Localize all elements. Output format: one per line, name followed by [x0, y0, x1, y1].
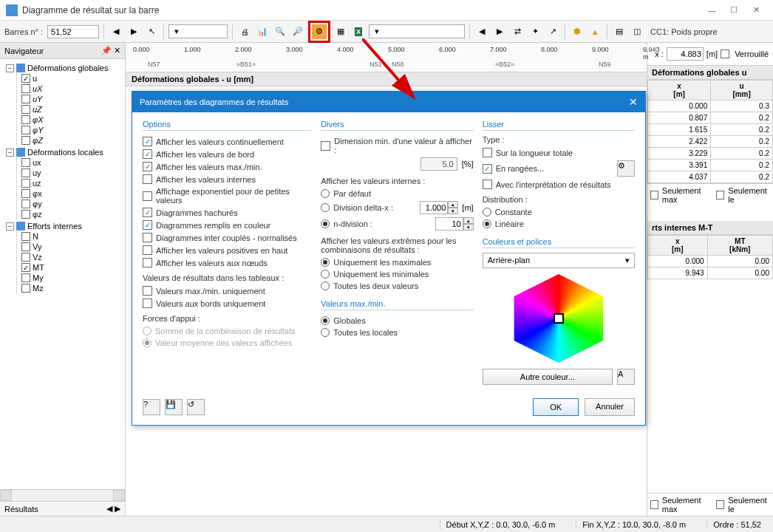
navigator-footer-arrows[interactable]: ◀ ▶	[106, 504, 120, 514]
le-only-check2[interactable]	[716, 500, 724, 509]
expand-icon[interactable]: −	[6, 64, 14, 72]
checkbox[interactable]	[143, 299, 152, 308]
nav-first-button[interactable]: ◀	[109, 24, 123, 39]
tree-item[interactable]: uZ	[21, 104, 122, 115]
ok-button[interactable]: OK	[533, 398, 579, 416]
tree-checkbox[interactable]	[21, 210, 30, 219]
action5-button[interactable]: ↗	[545, 24, 560, 39]
tree-item[interactable]: ux	[21, 157, 122, 168]
tree-checkbox[interactable]	[21, 136, 30, 145]
action6-button[interactable]: ⬢	[570, 24, 585, 39]
checkbox[interactable]	[143, 233, 152, 242]
action1-button[interactable]: ◀	[474, 24, 489, 39]
checkbox[interactable]	[143, 149, 152, 159]
checkbox[interactable]	[143, 220, 152, 230]
checkbox[interactable]	[143, 258, 152, 267]
navigator-tree[interactable]: −Déformations globalesuuXuYuZφXφYφZ−Défo…	[0, 59, 125, 489]
zoom-out-button[interactable]: 🔎	[290, 24, 305, 39]
tree-item[interactable]: u	[21, 73, 122, 83]
tree-item[interactable]: φY	[21, 125, 122, 135]
save-profile-button[interactable]: 💾	[165, 399, 183, 415]
radio[interactable]	[321, 316, 330, 325]
dialog-close-button[interactable]: ✕	[629, 96, 638, 108]
lock-checkbox[interactable]	[721, 50, 729, 58]
tree-item[interactable]: MT	[21, 262, 122, 273]
tree-checkbox[interactable]	[21, 179, 30, 188]
max-only-check2[interactable]	[650, 500, 658, 509]
radio[interactable]	[321, 219, 330, 228]
checkbox[interactable]	[483, 180, 492, 189]
checkbox[interactable]	[143, 191, 152, 201]
spinner-input[interactable]	[435, 217, 463, 231]
tree-group[interactable]: −Déformations locales	[6, 147, 122, 157]
action9-button[interactable]: ◫	[630, 24, 644, 39]
tree-group[interactable]: −Déformations globales	[6, 63, 122, 73]
checkbox[interactable]	[143, 286, 152, 296]
tree-checkbox[interactable]	[21, 158, 30, 167]
grid-button[interactable]: ▦	[333, 24, 348, 39]
tree-checkbox[interactable]	[21, 105, 30, 114]
help-button[interactable]: ?	[143, 399, 160, 415]
navigator-footer-tab[interactable]: Résultats	[4, 505, 38, 514]
checkbox[interactable]	[483, 148, 492, 157]
color-picker-hexagon[interactable]	[507, 274, 610, 363]
radio[interactable]	[321, 282, 330, 290]
color-target-select[interactable]: Arrière-plan▾	[483, 253, 635, 268]
radio[interactable]	[321, 189, 330, 198]
maximize-button[interactable]: ☐	[723, 3, 745, 18]
tree-item[interactable]: uY	[21, 94, 122, 104]
tree-checkbox[interactable]	[21, 84, 30, 93]
tree-checkbox[interactable]	[21, 95, 30, 103]
expand-icon[interactable]: −	[6, 149, 14, 157]
tree-item[interactable]: φX	[21, 115, 122, 125]
zoom-in-button[interactable]: 🔍	[273, 24, 287, 39]
checkbox[interactable]	[143, 174, 152, 184]
cancel-button[interactable]: Annuler	[585, 398, 635, 416]
radio[interactable]	[321, 328, 330, 337]
tree-checkbox[interactable]	[21, 273, 30, 282]
tree-checkbox[interactable]	[21, 284, 30, 293]
tree-checkbox[interactable]	[21, 126, 30, 134]
radio[interactable]	[321, 270, 330, 279]
x-value-input[interactable]	[667, 47, 704, 61]
radio[interactable]	[483, 219, 491, 228]
tree-checkbox[interactable]	[21, 242, 30, 251]
chart-style-button[interactable]: 📊	[255, 24, 270, 39]
tree-checkbox[interactable]	[21, 74, 30, 83]
dim-value-input[interactable]	[420, 157, 457, 171]
other-color-button[interactable]: Autre couleur...	[483, 369, 613, 385]
tree-checkbox[interactable]	[21, 189, 30, 198]
tree-item[interactable]: My	[21, 273, 122, 283]
action8-button[interactable]: ▤	[612, 24, 627, 39]
tree-checkbox[interactable]	[21, 232, 30, 241]
checkbox[interactable]	[143, 245, 152, 255]
selection-dropdown[interactable]: ▾	[168, 24, 228, 38]
tree-checkbox[interactable]	[21, 200, 30, 208]
tree-item[interactable]: Vy	[21, 242, 122, 252]
minimize-button[interactable]: —	[701, 3, 723, 18]
action7-button[interactable]: ▲	[588, 24, 602, 39]
font-button[interactable]: A	[617, 369, 635, 385]
nav-prev-button[interactable]: ▶	[126, 24, 141, 39]
barres-input[interactable]: 51,52	[47, 25, 99, 38]
tree-item[interactable]: uz	[21, 178, 122, 188]
expand-icon[interactable]: −	[6, 222, 14, 231]
checkbox[interactable]	[483, 164, 492, 174]
tree-checkbox[interactable]	[21, 253, 30, 262]
checkbox[interactable]	[143, 208, 152, 217]
radio[interactable]	[483, 208, 491, 216]
reset-button[interactable]: ↺	[187, 399, 205, 415]
diagram-settings-button[interactable]: ⚙	[312, 24, 327, 39]
checkbox[interactable]	[143, 162, 152, 171]
tree-item[interactable]: uX	[21, 83, 122, 94]
excel-export-button[interactable]: X	[351, 24, 366, 39]
nav-pick-button[interactable]: ↖	[144, 24, 159, 39]
tree-item[interactable]: uy	[21, 168, 122, 178]
tree-item[interactable]: φZ	[21, 135, 122, 146]
tree-checkbox[interactable]	[21, 115, 30, 124]
tree-item[interactable]: φy	[21, 199, 122, 209]
view-dropdown[interactable]: ▾	[369, 24, 465, 38]
tree-item[interactable]: φz	[21, 209, 122, 219]
tree-item[interactable]: N	[21, 231, 122, 242]
tree-item[interactable]: Vz	[21, 252, 122, 262]
